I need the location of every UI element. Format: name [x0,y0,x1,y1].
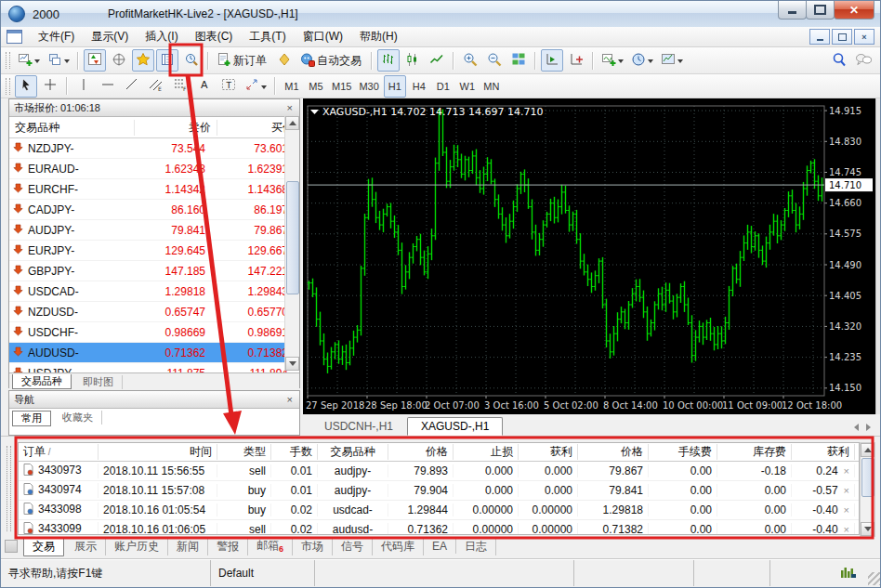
terminal-scrollbar-thumb[interactable] [861,458,874,497]
close-position-icon[interactable]: × [844,465,849,477]
terminal-scroll-up[interactable] [861,443,874,457]
terminal-scrollbar[interactable] [860,442,875,537]
orders-column-0[interactable]: 订单 / [19,444,99,460]
period-selector-button[interactable] [628,49,656,72]
tile-windows-button[interactable] [507,49,530,72]
orders-column-4[interactable]: 交易品种 [318,444,388,460]
order-row[interactable]: 34309732018.10.11 15:56:55sell0.01audjpy… [19,462,859,481]
mdi-restore-button[interactable] [832,29,852,45]
order-row[interactable]: 34330982018.10.16 01:05:54buy0.02usdcad-… [19,501,859,520]
column-symbol[interactable]: 交易品种 [9,120,134,136]
market-watch-row[interactable]: AUDJPY-79.84179.867 [9,220,299,241]
new-chart-button[interactable] [15,49,43,72]
market-watch-button[interactable] [84,49,106,72]
orders-column-5[interactable]: 价格 [388,444,454,460]
new-order-button[interactable]: 新订单 [214,49,271,72]
orders-column-8[interactable]: 价格 [578,444,649,460]
period-button-D1[interactable]: D1 [432,75,454,98]
market-watch-row[interactable]: NZDUSD-0.657470.65770 [9,302,299,322]
market-watch-close-icon[interactable]: × [285,103,295,113]
terminal-tab-日志[interactable]: 日志 [456,538,496,555]
menu-item-1[interactable]: 显示(V) [83,27,137,46]
orders-column-3[interactable]: 手数 [271,444,318,460]
zoom-out-button[interactable] [483,49,506,72]
indicators-dropdown-icon[interactable] [618,59,624,66]
chart-area[interactable]: 14.91514.83014.74514.66014.57514.49014.4… [303,98,875,414]
close-position-icon[interactable]: × [844,504,849,516]
market-watch-row[interactable]: USDCHF-0.986690.98691 [9,322,299,343]
orders-column-11[interactable]: 获利 [792,444,855,460]
period-button-M1[interactable]: M1 [281,75,303,98]
profiles-button[interactable] [45,49,72,72]
terminal-grip[interactable] [7,446,11,531]
text-button[interactable]: A [193,75,216,98]
chat-button[interactable] [852,49,875,72]
navigator-tab-收藏夹[interactable]: 收藏夹 [54,411,102,425]
profiles-dropdown-icon[interactable] [64,59,70,66]
toolbar-grip-2[interactable] [6,78,10,95]
terminal-tab-市场[interactable]: 市场 [293,538,333,555]
terminal-tab-信号[interactable]: 信号 [333,538,373,555]
market-watch-tab-即时图[interactable]: 即时图 [74,375,123,389]
menu-item-6[interactable]: 帮助(H) [351,27,406,46]
bar-chart-button[interactable] [377,49,400,72]
market-watch-row[interactable]: NZDJPY-73.54473.601 [9,138,299,159]
indicators-button[interactable] [598,49,626,72]
shapes-dropdown-icon[interactable] [261,85,267,92]
toolbar-grip[interactable] [6,52,10,69]
templates-button[interactable] [658,49,686,72]
data-window-button[interactable] [108,49,130,72]
chart-tab-XAGUSD-,H1[interactable]: XAGUSD-,H1 [407,417,503,436]
terminal-button[interactable] [156,49,178,72]
tab-scroll-right-icon[interactable] [866,424,874,431]
close-position-icon[interactable]: × [844,485,849,496]
chart-tab-USDCNH-,H1[interactable]: USDCNH-,H1 [310,417,407,436]
order-row[interactable]: 34330992018.10.16 01:06:05sell0.02audusd… [19,520,859,535]
templates-dropdown-icon[interactable] [677,59,683,66]
orders-column-1[interactable]: 时间 [99,444,217,460]
period-button-M5[interactable]: M5 [305,75,327,98]
navigator-tab-常用[interactable]: 常用 [12,411,51,426]
chart-shift-button[interactable] [565,49,587,72]
resize-grip[interactable] [868,572,881,585]
menu-item-4[interactable]: 工具(T) [241,27,294,46]
crosshair-button[interactable] [39,75,61,98]
market-watch-row[interactable]: USDJPY-111.875111.894 [9,363,299,372]
zoom-in-button[interactable] [459,49,481,72]
period-selector-dropdown-icon[interactable] [648,59,653,66]
tab-scroll-left-icon[interactable] [850,424,859,431]
terminal-tab-代码库[interactable]: 代码库 [373,538,424,555]
terminal-tab-警报[interactable]: 警报 [208,538,248,555]
orders-column-10[interactable]: 库存费 [717,444,792,460]
trendline-button[interactable] [121,75,143,98]
new-chart-dropdown-icon[interactable] [34,59,40,66]
market-watch-row[interactable]: GBPJPY-147.185147.221 [9,261,299,281]
mdi-minimize-button[interactable] [809,29,830,45]
period-button-M30[interactable]: M30 [356,75,381,98]
scrollbar-thumb[interactable] [286,181,299,294]
terminal-tab-交易[interactable]: 交易 [23,537,64,556]
strategy-tester-button[interactable] [180,49,203,72]
terminal-tab-新闻[interactable]: 新闻 [168,538,208,555]
market-watch-row[interactable]: EURJPY-129.645129.667 [9,241,299,261]
autotrading-button[interactable]: 自动交易 [297,49,366,72]
terminal-tab-EA[interactable]: EA [424,539,456,554]
terminal-tab-展示[interactable]: 展示 [66,538,106,555]
text-label-button[interactable]: T [217,75,240,98]
close-position-icon[interactable]: × [844,524,849,535]
navigator-close-icon[interactable]: × [285,395,295,405]
candlestick-chart-button[interactable] [401,49,424,72]
menu-item-5[interactable]: 窗口(W) [295,27,351,46]
maximize-button[interactable] [806,1,835,20]
orders-column-2[interactable]: 类型 [217,444,271,460]
channel-button[interactable]: E [145,75,167,98]
market-watch-row[interactable]: CADJPY-86.16086.197 [9,200,299,220]
period-button-M15[interactable]: M15 [329,75,354,98]
navigator-titlebar[interactable]: 导航 × [9,391,299,409]
period-button-W1[interactable]: W1 [456,75,479,98]
line-chart-button[interactable] [426,49,448,72]
chart-window-icon[interactable] [7,30,22,44]
period-button-H1[interactable]: H1 [384,75,406,98]
market-watch-row[interactable]: EURCHF-1.143421.14368 [9,179,299,200]
market-watch-titlebar[interactable]: 市场报价: 01:06:18 × [9,99,299,117]
